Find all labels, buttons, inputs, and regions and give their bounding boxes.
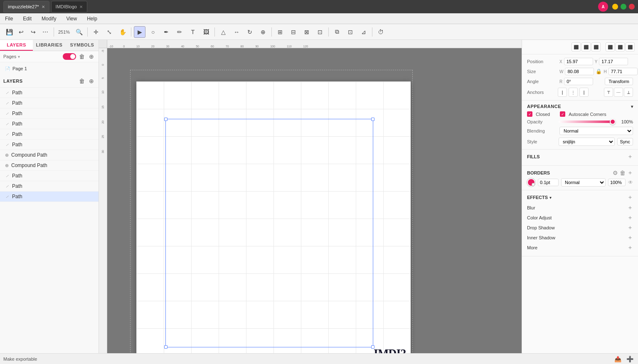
image-tool[interactable]: 🖼 [200,26,212,38]
flip-h-tool[interactable]: ↔ [231,26,242,38]
delete-layer-button[interactable]: 🗑 [78,77,86,85]
add-page-button[interactable]: ⊕ [88,53,95,60]
menu-help[interactable]: Help [85,15,99,22]
canvas-content[interactable]: IMDI3 N [107,48,522,353]
layer-item-selected[interactable]: ⟋ Path [0,192,99,202]
add-layer-button[interactable]: ⊕ [88,77,95,85]
add-border-button[interactable]: ＋ [627,169,633,177]
blending-select[interactable]: Normal [559,127,633,135]
close-button[interactable] [629,4,635,10]
tab-layers[interactable]: LAYERS [0,40,33,51]
effect-inner-shadow[interactable]: Inner Shadow ＋ [527,233,633,243]
closed-checkbox[interactable]: ✓ [527,111,532,117]
align-top-btn[interactable]: ⬛ [606,42,615,52]
add-fill-button[interactable]: ＋ [627,153,633,160]
anchor-btn-6[interactable]: ⊥ [624,88,633,97]
align-bottom-btn[interactable]: ⬛ [626,42,635,52]
tab-2[interactable]: IMDIBlogo ✕ [51,1,87,12]
export-btn[interactable]: 📤 [613,355,623,363]
add-export-btn[interactable]: ➕ [625,355,635,363]
align-left-btn[interactable]: ⬛ [571,42,581,52]
tab-1-close-icon[interactable]: ✕ [42,5,45,9]
menu-edit[interactable]: Edit [21,15,33,22]
delete-border-button[interactable]: 🗑 [620,170,626,176]
group-tool[interactable]: ⊡ [314,26,326,38]
align-middle-btn[interactable]: ⬛ [616,42,625,52]
effects-chevron[interactable]: ▾ [549,195,552,200]
crop-tool[interactable]: ⊡ [345,26,356,38]
tab-symbols[interactable]: SYMBOLS [66,40,99,51]
rotate-tool[interactable]: ↻ [244,26,256,38]
inner-shadow-add-icon[interactable]: ＋ [627,234,633,241]
drop-shadow-add-icon[interactable]: ＋ [627,224,633,231]
arrange-tool[interactable]: ⊠ [301,26,313,38]
anchor-btn-3[interactable]: | [579,88,589,97]
w-input[interactable] [565,68,594,75]
sync-button[interactable]: Sync [617,138,633,145]
transform-button[interactable]: Transform [605,78,633,85]
transform-tool[interactable]: ⧉ [331,26,343,38]
effect-blur[interactable]: Blur ＋ [527,203,633,213]
toggle-pill[interactable] [63,53,76,60]
lock-icon[interactable]: 🔒 [596,69,602,74]
anchor-btn-5[interactable]: ⋯ [614,88,623,97]
more-tool[interactable]: ⋯ [39,26,51,38]
select-tool[interactable]: ▶ [134,26,145,38]
anchor-btn-1[interactable]: | [558,88,567,97]
tab-1[interactable]: impuzzleble27* ✕ [3,1,49,12]
tab-2-close-icon[interactable]: ✕ [79,5,83,9]
tab-libraries[interactable]: LIBRARIES [33,40,66,51]
color-adjust-add-icon[interactable]: ＋ [627,214,633,221]
angle-input[interactable] [564,78,593,85]
align-center-btn[interactable]: ⬛ [581,42,591,52]
layer-item[interactable]: ⟋ Path [0,98,99,108]
layer-item[interactable]: ⟋ Path [0,119,99,129]
menu-file[interactable]: File [3,15,15,22]
appearance-chevron[interactable]: ▾ [631,104,633,109]
maximize-button[interactable] [621,4,626,10]
align-right-btn[interactable]: ⬛ [591,42,601,52]
pan-tool[interactable]: ✋ [117,26,128,38]
h-input[interactable] [608,68,638,75]
y-input[interactable] [599,58,628,65]
redo-tool[interactable]: ↪ [27,26,39,38]
layer-item[interactable]: ⟋ Path [0,171,99,181]
selected-path[interactable] [165,119,373,347]
delete-page-button[interactable]: 🗑 [78,53,86,60]
layer-item[interactable]: ⟋ Path [0,181,99,192]
layer-item[interactable]: ⊕ Compound Path [0,160,99,171]
text-tool[interactable]: T [187,26,199,38]
align-tool[interactable]: ⊞ [274,26,286,38]
more-add-icon[interactable]: ＋ [627,244,633,251]
x-input[interactable] [564,58,593,65]
distribute-tool[interactable]: ⊟ [288,26,299,38]
blur-add-icon[interactable]: ＋ [627,204,633,212]
style-select[interactable]: snijlijn [559,138,615,146]
border-opacity-input[interactable] [608,179,626,186]
visibility-toggle[interactable] [63,53,76,60]
effect-drop-shadow[interactable]: Drop Shadow ＋ [527,223,633,233]
boolean-tool[interactable]: ⊿ [358,26,369,38]
save-tool[interactable]: 💾 [3,26,15,38]
layer-item[interactable]: ⟋ Path [0,140,99,150]
border-size-input[interactable] [538,179,559,186]
pen-tool[interactable]: ✒ [160,26,172,38]
add-effect-button[interactable]: ＋ [627,194,633,201]
anchor-btn-4[interactable]: ⊤ [604,88,613,97]
menu-modify[interactable]: Modify [40,15,58,22]
handle-top-left[interactable] [164,118,168,121]
combine-tool[interactable]: ⊕ [257,26,269,38]
plus-tool[interactable]: ✛ [90,26,102,38]
layer-item[interactable]: ⊕ Compound Path [0,150,99,160]
minimize-button[interactable] [612,4,618,10]
layer-item[interactable]: ⟋ Path [0,108,99,119]
opacity-slider[interactable] [559,121,616,123]
canvas-area[interactable]: -10 0 10 20 30 40 50 60 70 80 90 100 110… [99,40,522,353]
shape-tool[interactable]: △ [217,26,229,38]
layer-item[interactable]: ⟋ Path [0,129,99,140]
border-color-swatch[interactable] [527,178,535,187]
effect-color-adjust[interactable]: Color Adjust ＋ [527,213,633,223]
menu-view[interactable]: View [64,15,79,22]
undo-tool[interactable]: ↩ [15,26,27,38]
effect-more[interactable]: More ＋ [527,243,633,253]
